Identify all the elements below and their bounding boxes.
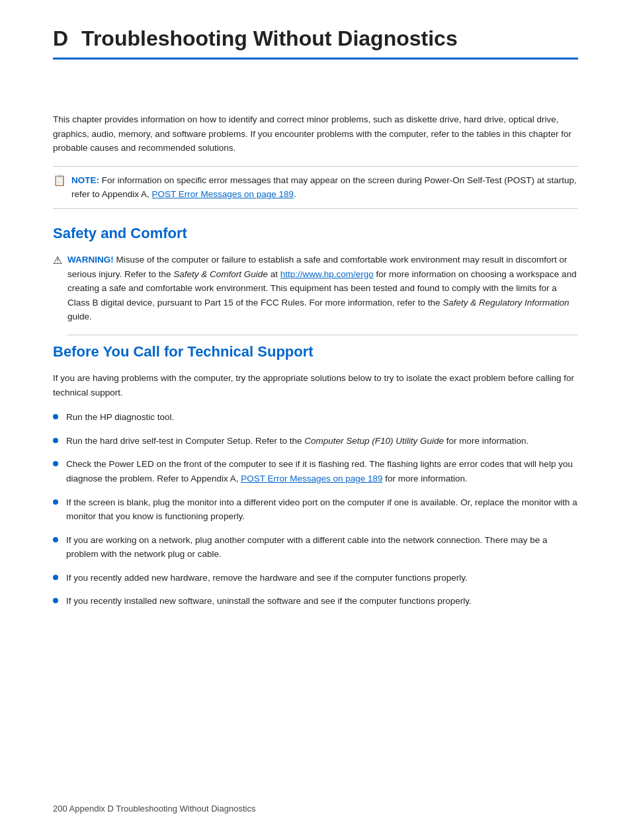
- bullet-dot: [53, 414, 58, 419]
- warning-italic2: Safety & Regulatory Information: [442, 298, 569, 308]
- bullet-text: Check the Power LED on the front of the …: [66, 457, 578, 485]
- page: DTroubleshooting Without Diagnostics Thi…: [0, 0, 631, 840]
- chapter-letter: D: [53, 26, 68, 50]
- bullet-dot: [53, 575, 58, 580]
- note-link[interactable]: POST Error Messages on page 189: [152, 189, 294, 199]
- note-icon: 📋: [53, 174, 66, 187]
- intro-paragraph: This chapter provides information on how…: [53, 112, 578, 155]
- footer-text: 200 Appendix D Troubleshooting Without D…: [53, 804, 255, 814]
- bullet-dot: [53, 537, 58, 542]
- warning-label: WARNING!: [67, 255, 114, 265]
- section2: Before You Call for Technical Support If…: [53, 343, 578, 609]
- warning-text-end: guide.: [67, 312, 92, 321]
- bullet-text: Run the HP diagnostic tool.: [66, 410, 174, 425]
- warning-icon: ⚠: [53, 254, 62, 267]
- bullet-dot: [53, 598, 58, 603]
- warning-link[interactable]: http://www.hp.com/ergo: [280, 269, 374, 279]
- list-item: If you recently added new hardware, remo…: [53, 571, 578, 585]
- bullet-text: If the screen is blank, plug the monitor…: [66, 495, 578, 524]
- list-item: If you are working on a network, plug an…: [53, 533, 578, 562]
- section1-heading: Safety and Comfort: [53, 225, 578, 242]
- bullet-dot: [53, 499, 58, 505]
- list-item: Run the hard drive self-test in Computer…: [53, 434, 578, 448]
- bullet-text: Run the hard drive self-test in Computer…: [66, 434, 528, 448]
- note-box: 📋 NOTE: For information on specific erro…: [53, 166, 578, 209]
- note-text: For information on specific error messag…: [71, 175, 577, 200]
- list-item: If the screen is blank, plug the monitor…: [53, 495, 578, 524]
- warning-content: WARNING! Misuse of the computer or failu…: [67, 253, 578, 335]
- chapter-header: DTroubleshooting Without Diagnostics: [53, 26, 578, 60]
- bullet-text: If you are working on a network, plug an…: [66, 533, 578, 562]
- list-item: If you recently installed new software, …: [53, 594, 578, 609]
- section2-intro: If you are having problems with the comp…: [53, 371, 578, 399]
- footer: 200 Appendix D Troubleshooting Without D…: [53, 804, 255, 814]
- bullet-link[interactable]: POST Error Messages on page 189: [241, 474, 382, 483]
- bullet-text: If you recently installed new software, …: [66, 594, 472, 609]
- warning-text-middle: at: [268, 269, 280, 279]
- note-text-after: .: [294, 189, 296, 199]
- list-item: Check the Power LED on the front of the …: [53, 457, 578, 485]
- warning-box: ⚠ WARNING! Misuse of the computer or fai…: [53, 253, 578, 335]
- chapter-title: Troubleshooting Without Diagnostics: [81, 26, 458, 50]
- list-item: Run the HP diagnostic tool.: [53, 410, 578, 425]
- note-content: NOTE: For information on specific error …: [71, 173, 578, 202]
- bullet-dot: [53, 438, 58, 443]
- bullet-dot: [53, 461, 58, 466]
- note-label: NOTE:: [71, 175, 99, 185]
- section2-heading: Before You Call for Technical Support: [53, 343, 578, 360]
- bullet-list: Run the HP diagnostic tool. Run the hard…: [53, 410, 578, 609]
- warning-italic1: Safety & Comfort Guide: [173, 269, 268, 279]
- bullet-text: If you recently added new hardware, remo…: [66, 571, 468, 585]
